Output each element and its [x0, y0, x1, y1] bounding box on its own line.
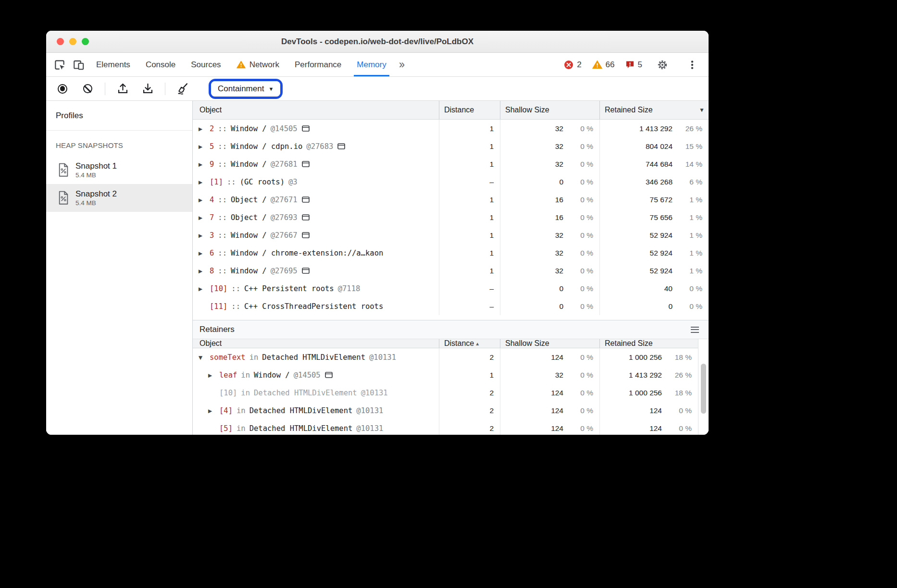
- retainer-table-row[interactable]: [5]inDetached HTMLDivElement@1013121240 …: [193, 419, 698, 435]
- column-header-object[interactable]: Object: [193, 339, 439, 348]
- column-header-distance[interactable]: Distance: [439, 101, 500, 119]
- issues-count-badge[interactable]: 5: [625, 60, 642, 70]
- retainers-menu-icon[interactable]: [689, 325, 701, 335]
- containment-table-row[interactable]: ▶3::Window /@276671320 %52 9241 %: [193, 226, 709, 244]
- device-toolbar-button[interactable]: [69, 53, 88, 76]
- record-heap-snapshot-button[interactable]: [55, 81, 70, 97]
- object-type: C++ Persistent roots: [244, 284, 334, 293]
- load-profile-button[interactable]: [115, 81, 130, 97]
- expand-arrow-icon[interactable]: ▶: [199, 268, 206, 274]
- sidebar-item-snapshot-2[interactable]: Snapshot 2 5.4 MB: [46, 184, 192, 212]
- settings-button[interactable]: [653, 59, 672, 71]
- sidebar-item-snapshot-1[interactable]: Snapshot 1 5.4 MB: [46, 156, 192, 184]
- tab-console[interactable]: Console: [138, 53, 183, 76]
- heap-snapshot-view: Object Distance Shallow Size Retained Si…: [193, 101, 709, 435]
- shallow-size-cell: 320 %: [500, 262, 599, 280]
- minimize-button[interactable]: [69, 38, 76, 45]
- clear-all-profiles-button[interactable]: [80, 81, 95, 97]
- titlebar[interactable]: DevTools - codepen.io/web-dot-dev/live/P…: [46, 31, 709, 53]
- retained-size-percent: 0 %: [673, 284, 702, 293]
- expand-arrow-icon[interactable]: ▶: [199, 144, 206, 149]
- retained-size-cell: 1 000 25618 %: [599, 348, 698, 366]
- retained-size-cell: 400 %: [599, 280, 709, 297]
- retainers-scrollbar: [698, 339, 709, 435]
- column-header-retained-size[interactable]: Retained Size: [599, 339, 698, 348]
- tab-sources[interactable]: Sources: [183, 53, 228, 76]
- sort-ascending-icon: ▲: [475, 341, 480, 346]
- window-icon: [325, 372, 333, 378]
- broom-icon: [176, 82, 189, 95]
- zoom-button[interactable]: [82, 38, 89, 45]
- retained-size-cell: 75 6561 %: [599, 208, 709, 226]
- delete-profile-button[interactable]: [175, 81, 190, 97]
- more-panels-button[interactable]: ››: [394, 53, 408, 76]
- retainer-table-row[interactable]: [10]inDetached HTMLDivElement@1013121240…: [193, 384, 698, 402]
- column-header-object[interactable]: Object: [193, 101, 439, 119]
- containment-table-row[interactable]: ▶5::Window / cdpn.io@276831320 %804 0241…: [193, 137, 709, 155]
- error-count-badge[interactable]: 2: [564, 60, 581, 70]
- retained-size-percent: 18 %: [662, 353, 692, 362]
- containment-table-row[interactable]: ▶6::Window / chrome-extension://a…kaon13…: [193, 244, 709, 262]
- retainer-table-row[interactable]: ▶[4]inDetached HTMLDivElement@1013121240…: [193, 402, 698, 419]
- expand-arrow-icon[interactable]: ▶: [199, 126, 206, 132]
- containment-table-row[interactable]: [11]::C++ CrossThreadPersistent roots–00…: [193, 297, 709, 315]
- snapshot-document-icon: [57, 163, 70, 177]
- snapshot-size: 5.4 MB: [75, 199, 117, 207]
- warning-count-badge[interactable]: 66: [592, 60, 615, 70]
- expand-arrow-icon[interactable]: ▶: [199, 286, 206, 292]
- tab-performance[interactable]: Performance: [287, 53, 349, 76]
- containment-table-row[interactable]: ▶8::Window /@276951320 %52 9241 %: [193, 262, 709, 280]
- containment-table-row[interactable]: ▶[1]::(GC roots)@3–00 %346 2686 %: [193, 173, 709, 191]
- retained-size-value: 1 000 256: [600, 389, 662, 397]
- tab-memory[interactable]: Memory: [349, 53, 394, 76]
- expand-arrow-icon[interactable]: ▶: [199, 179, 206, 185]
- containment-table-row[interactable]: ▶[10]::C++ Persistent roots@7118–00 %400…: [193, 280, 709, 297]
- more-options-button[interactable]: [683, 60, 702, 70]
- column-header-distance[interactable]: Distance ▲: [439, 339, 500, 348]
- containment-table-row[interactable]: ▶7::Object /@276931160 %75 6561 %: [193, 208, 709, 226]
- object-id: @27695: [271, 267, 298, 275]
- sort-descending-icon: ▼: [699, 107, 705, 113]
- gear-icon: [656, 59, 669, 71]
- view-mode-select[interactable]: Containment ▼: [211, 81, 280, 97]
- containment-table-header: Object Distance Shallow Size Retained Si…: [193, 101, 709, 120]
- column-header-shallow-size[interactable]: Shallow Size: [500, 101, 599, 119]
- collapse-arrow-icon[interactable]: ▼: [199, 355, 206, 360]
- inspect-element-button[interactable]: [50, 53, 69, 76]
- retained-size-value: 744 684: [600, 160, 673, 169]
- object-name: 9: [210, 160, 214, 169]
- retained-size-percent: 1 %: [673, 249, 702, 257]
- retainers-table-header: Object Distance ▲ Shallow Size Retained …: [193, 339, 698, 348]
- save-profile-button[interactable]: [140, 81, 155, 97]
- expand-arrow-icon[interactable]: ▶: [208, 372, 215, 378]
- expand-arrow-icon[interactable]: ▶: [199, 161, 206, 167]
- distance-cell: –: [439, 297, 500, 315]
- shallow-size-percent: 0 %: [563, 424, 593, 433]
- scrollbar-thumb[interactable]: [701, 364, 706, 414]
- expand-arrow-icon[interactable]: ▶: [199, 197, 206, 203]
- retained-size-cell: 1240 %: [599, 419, 698, 435]
- close-button[interactable]: [57, 38, 64, 45]
- expand-arrow-icon[interactable]: ▶: [199, 233, 206, 238]
- expand-arrow-icon[interactable]: ▶: [199, 215, 206, 220]
- column-header-retained-size[interactable]: Retained Size ▼: [599, 101, 709, 119]
- containment-table-row[interactable]: ▶2::Window /@145051320 %1 413 29226 %: [193, 120, 709, 137]
- retained-size-percent: 1 %: [673, 231, 702, 240]
- column-header-shallow-size[interactable]: Shallow Size: [500, 339, 599, 348]
- expand-arrow-icon[interactable]: ▶: [199, 250, 206, 256]
- containment-table-row[interactable]: ▶4::Object /@276711160 %75 6721 %: [193, 191, 709, 208]
- object-type: Window / chrome-extension://a…kaon: [231, 249, 383, 257]
- separator-text: ::: [218, 231, 227, 240]
- retainer-table-row[interactable]: ▼someTextinDetached HTMLDivElement@10131…: [193, 348, 698, 366]
- object-cell: ▶8::Window /@27695: [193, 262, 439, 280]
- tab-network[interactable]: Network: [229, 53, 287, 76]
- tab-elements[interactable]: Elements: [88, 53, 138, 76]
- containment-table-row[interactable]: ▶9::Window /@276811320 %744 68414 %: [193, 155, 709, 173]
- object-name: 7: [210, 213, 214, 222]
- download-icon: [141, 82, 154, 95]
- retained-size-percent: 6 %: [673, 178, 702, 186]
- distance-value: –: [489, 284, 494, 293]
- retainer-table-row[interactable]: ▶leafinWindow /@145051320 %1 413 29226 %: [193, 366, 698, 384]
- shallow-size-percent: 0 %: [563, 389, 593, 397]
- expand-arrow-icon[interactable]: ▶: [208, 408, 215, 414]
